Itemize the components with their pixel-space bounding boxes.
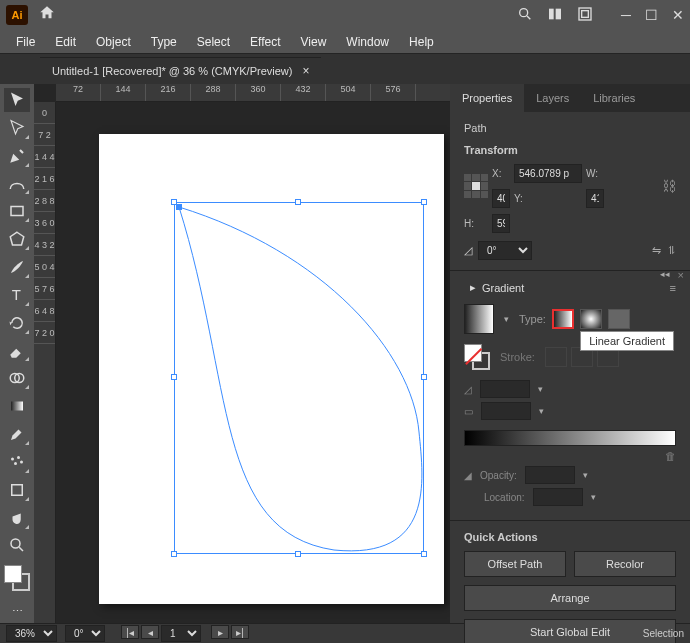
symbol-sprayer-tool[interactable] (4, 450, 30, 474)
flip-vertical-icon[interactable]: ⥮ (667, 244, 676, 257)
rotate-field[interactable]: 0° (478, 241, 532, 260)
search-icon[interactable] (517, 6, 533, 25)
last-artboard-button[interactable]: ▸| (231, 625, 249, 639)
maximize-icon[interactable]: ☐ (645, 7, 658, 23)
handle-br[interactable] (421, 551, 427, 557)
paintbrush-tool[interactable] (4, 255, 30, 279)
rotate-view-select[interactable]: 0° (65, 625, 105, 642)
handle-bl[interactable] (171, 551, 177, 557)
gradient-slider[interactable] (464, 430, 676, 446)
eyedropper-tool[interactable] (4, 422, 30, 446)
edit-toolbar-icon[interactable]: ⋯ (4, 599, 30, 623)
document-tab[interactable]: Untitled-1 [Recovered]* @ 36 % (CMYK/Pre… (40, 57, 321, 84)
handle-ml[interactable] (171, 374, 177, 380)
hand-tool[interactable] (4, 506, 30, 530)
selection-tool[interactable] (4, 88, 30, 112)
first-artboard-button[interactable]: |◂ (121, 625, 139, 639)
aspect-field[interactable] (481, 402, 531, 420)
zoom-select[interactable]: 36% (6, 625, 57, 642)
zoom-tool[interactable] (4, 534, 30, 558)
minimize-icon[interactable]: ─ (621, 7, 631, 23)
svg-point-13 (17, 456, 20, 459)
gradient-tool[interactable] (4, 394, 30, 418)
arrange-docs-icon[interactable] (547, 6, 563, 25)
stroke-type-1[interactable] (545, 347, 567, 367)
link-wh-icon[interactable]: ⛓ (662, 178, 676, 194)
freeform-gradient-button[interactable] (608, 309, 630, 329)
menu-edit[interactable]: Edit (45, 35, 86, 49)
pen-tool[interactable] (4, 144, 30, 168)
menu-help[interactable]: Help (399, 35, 444, 49)
opacity-field[interactable] (525, 466, 575, 484)
location-field[interactable] (533, 488, 583, 506)
panel-menu-icon[interactable]: ≡ (670, 282, 676, 294)
menu-type[interactable]: Type (141, 35, 187, 49)
linear-gradient-button[interactable] (552, 309, 574, 329)
direct-selection-tool[interactable] (4, 116, 30, 140)
close-window-icon[interactable]: ✕ (672, 7, 684, 23)
reference-point-icon[interactable] (464, 174, 488, 198)
menu-select[interactable]: Select (187, 35, 240, 49)
delete-stop-icon[interactable]: 🗑 (665, 450, 676, 462)
ellipse-tool[interactable] (4, 227, 30, 251)
svg-rect-4 (579, 8, 591, 20)
menu-view[interactable]: View (291, 35, 337, 49)
prev-artboard-button[interactable]: ◂ (141, 625, 159, 639)
svg-rect-6 (11, 207, 23, 216)
radial-gradient-button[interactable] (580, 309, 602, 329)
artboard-select[interactable]: 1 (161, 625, 201, 642)
tab-layers[interactable]: Layers (524, 84, 581, 112)
menu-window[interactable]: Window (336, 35, 399, 49)
app-logo-icon: Ai (6, 5, 28, 25)
type-tool[interactable]: T (4, 283, 30, 307)
menu-object[interactable]: Object (86, 35, 141, 49)
handle-tl[interactable] (171, 199, 177, 205)
quick-actions-panel: Quick Actions Offset Path Recolor Arrang… (450, 520, 690, 643)
bounding-box[interactable] (174, 202, 424, 554)
menu-effect[interactable]: Effect (240, 35, 290, 49)
flip-horizontal-icon[interactable]: ⇋ (652, 244, 661, 257)
y-field[interactable] (586, 189, 604, 208)
fill-stroke-swatch[interactable] (4, 565, 30, 591)
curvature-tool[interactable] (4, 172, 30, 196)
next-artboard-button[interactable]: ▸ (211, 625, 229, 639)
workspace-icon[interactable] (577, 6, 593, 25)
rotate-tool[interactable] (4, 311, 30, 335)
canvas[interactable]: 72144216288360432504576 07 21 4 42 1 62 … (34, 84, 450, 623)
type-label: Type: (519, 313, 546, 325)
panel-tabs: Properties Layers Libraries (450, 84, 690, 112)
shape-builder-tool[interactable] (4, 366, 30, 390)
artboard-tool[interactable] (4, 478, 30, 502)
swatch-dropdown-icon[interactable]: ▾ (504, 314, 509, 324)
svg-rect-3 (556, 8, 561, 19)
arrange-button[interactable]: Arrange (464, 585, 676, 611)
tab-properties[interactable]: Properties (450, 84, 524, 112)
gradient-swatch[interactable] (464, 304, 494, 334)
handle-tr[interactable] (421, 199, 427, 205)
svg-rect-16 (12, 484, 23, 495)
document-tab-title: Untitled-1 [Recovered]* @ 36 % (CMYK/Pre… (52, 65, 292, 77)
home-icon[interactable] (38, 4, 56, 26)
w-field[interactable] (492, 189, 510, 208)
svg-rect-5 (582, 10, 589, 17)
titlebar: Ai ─ ☐ ✕ (0, 0, 690, 30)
chevron-down-icon[interactable]: ▸ (470, 281, 476, 294)
handle-bm[interactable] (295, 551, 301, 557)
angle-field[interactable] (480, 380, 530, 398)
close-tab-icon[interactable]: × (302, 64, 309, 78)
rectangle-tool[interactable] (4, 199, 30, 223)
panel-collapse-icon[interactable]: ◂◂ (660, 269, 670, 281)
offset-path-button[interactable]: Offset Path (464, 551, 566, 577)
x-field[interactable] (514, 164, 582, 183)
menu-file[interactable]: File (6, 35, 45, 49)
handle-mr[interactable] (421, 374, 427, 380)
tab-libraries[interactable]: Libraries (581, 84, 647, 112)
location-label: Location: (484, 492, 525, 503)
recolor-button[interactable]: Recolor (574, 551, 676, 577)
handle-tm[interactable] (295, 199, 301, 205)
eraser-tool[interactable] (4, 339, 30, 363)
h-field[interactable] (492, 214, 510, 233)
gradient-fill-stroke-icon[interactable] (464, 344, 490, 370)
panel-close-icon[interactable]: × (678, 269, 684, 281)
gradient-title: Gradient (482, 282, 524, 294)
